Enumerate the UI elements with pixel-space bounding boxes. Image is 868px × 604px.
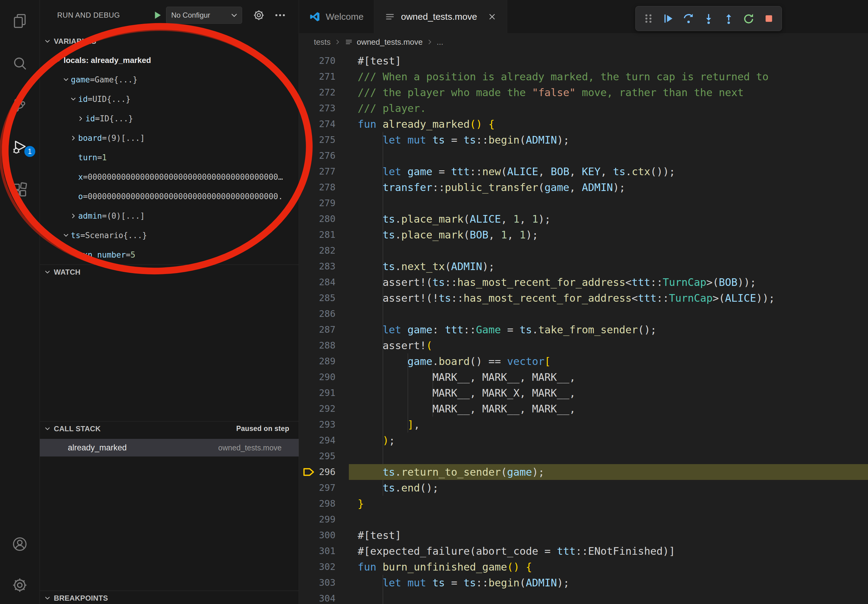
code-line-272[interactable]: 272/// the player who made the "false" m… bbox=[299, 85, 868, 101]
breakpoint-gutter[interactable] bbox=[299, 369, 318, 385]
debug-config-dropdown[interactable]: No Configur bbox=[166, 7, 242, 24]
breakpoint-gutter[interactable] bbox=[299, 559, 318, 575]
continue-button[interactable] bbox=[660, 10, 677, 27]
variable-row[interactable]: id = UID{...} bbox=[40, 90, 299, 109]
code-line-300[interactable]: 300#[test] bbox=[299, 527, 868, 543]
breakpoint-gutter[interactable] bbox=[299, 464, 318, 480]
variable-row[interactable]: game = Game{...} bbox=[40, 70, 299, 90]
breakpoint-gutter[interactable] bbox=[299, 385, 318, 401]
settings-button[interactable] bbox=[0, 574, 40, 596]
breakpoint-gutter[interactable] bbox=[299, 148, 318, 164]
breakpoint-gutter[interactable] bbox=[299, 543, 318, 559]
run-and-debug-button[interactable]: 1 bbox=[0, 136, 40, 158]
breakpoint-gutter[interactable] bbox=[299, 322, 318, 338]
breakpoint-gutter[interactable] bbox=[299, 116, 318, 132]
code-line-293[interactable]: 293 ], bbox=[299, 417, 868, 432]
breakpoint-gutter[interactable] bbox=[299, 591, 318, 604]
breakpoint-gutter[interactable] bbox=[299, 527, 318, 543]
code-line-303[interactable]: 303 let mut ts = ts::begin(ADMIN); bbox=[299, 575, 868, 591]
source-control-button[interactable] bbox=[0, 94, 40, 116]
breakpoint-gutter[interactable] bbox=[299, 575, 318, 591]
code-line-298[interactable]: 298} bbox=[299, 496, 868, 511]
more-actions-icon[interactable] bbox=[274, 9, 287, 22]
watch-section-header[interactable]: WATCH bbox=[40, 265, 299, 279]
code-line-285[interactable]: 285 assert!(!ts::has_most_recent_for_add… bbox=[299, 290, 868, 306]
breakpoint-gutter[interactable] bbox=[299, 195, 318, 211]
breakpoint-gutter[interactable] bbox=[299, 511, 318, 527]
code-line-288[interactable]: 288 assert!( bbox=[299, 338, 868, 353]
start-debugging-button[interactable] bbox=[151, 9, 164, 22]
gear-icon[interactable] bbox=[253, 9, 265, 22]
code-line-296[interactable]: 296 ts.return_to_sender(game); bbox=[299, 464, 868, 480]
stop-button[interactable] bbox=[760, 10, 777, 27]
scope-row[interactable]: locals: already_marked bbox=[40, 51, 299, 70]
code-line-282[interactable]: 282 bbox=[299, 243, 868, 259]
restart-button[interactable] bbox=[740, 10, 757, 27]
breakpoint-gutter[interactable] bbox=[299, 432, 318, 448]
breakpoint-gutter[interactable] bbox=[299, 259, 318, 274]
code-line-295[interactable]: 295 bbox=[299, 448, 868, 464]
code-line-287[interactable]: 287 let game: ttt::Game = ts.take_from_s… bbox=[299, 322, 868, 338]
code-line-299[interactable]: 299 bbox=[299, 511, 868, 527]
search-button[interactable] bbox=[0, 53, 40, 74]
breakpoint-gutter[interactable] bbox=[299, 353, 318, 369]
code-line-270[interactable]: 270#[test] bbox=[299, 53, 868, 69]
code-line-273[interactable]: 273/// player. bbox=[299, 101, 868, 116]
code-line-289[interactable]: 289 game.board() == vector[ bbox=[299, 353, 868, 369]
close-icon[interactable] bbox=[488, 12, 497, 21]
variable-row[interactable]: board = (9)[...] bbox=[40, 129, 299, 148]
breakpoint-gutter[interactable] bbox=[299, 480, 318, 496]
breakpoint-gutter[interactable] bbox=[299, 53, 318, 69]
breakpoint-gutter[interactable] bbox=[299, 401, 318, 417]
step-over-button[interactable] bbox=[680, 10, 697, 27]
variables-section-header[interactable]: VARIABLES bbox=[40, 34, 299, 49]
step-into-button[interactable] bbox=[700, 10, 717, 27]
code-line-278[interactable]: 278 transfer::public_transfer(game, ADMI… bbox=[299, 180, 868, 195]
code-line-283[interactable]: 283 ts.next_tx(ADMIN); bbox=[299, 259, 868, 274]
breakpoint-gutter[interactable] bbox=[299, 227, 318, 243]
code-line-291[interactable]: 291 MARK__, MARK_X, MARK__, bbox=[299, 385, 868, 401]
code-line-275[interactable]: 275 let mut ts = ts::begin(ADMIN); bbox=[299, 132, 868, 148]
variable-row[interactable]: turn = 1 bbox=[40, 148, 299, 167]
code-line-286[interactable]: 286 bbox=[299, 306, 868, 322]
code-line-271[interactable]: 271/// When a position is already marked… bbox=[299, 69, 868, 85]
code-line-290[interactable]: 290 MARK__, MARK__, MARK__, bbox=[299, 369, 868, 385]
code-line-292[interactable]: 292 MARK__, MARK__, MARK__, bbox=[299, 401, 868, 417]
breakpoint-gutter[interactable] bbox=[299, 274, 318, 290]
account-button[interactable] bbox=[0, 533, 40, 555]
breakpoint-gutter[interactable] bbox=[299, 69, 318, 85]
drag-handle[interactable] bbox=[640, 10, 657, 27]
extensions-button[interactable] bbox=[0, 179, 40, 201]
code-line-297[interactable]: 297 ts.end(); bbox=[299, 480, 868, 496]
breadcrumb-file[interactable]: owned_tests.move bbox=[357, 37, 423, 47]
breakpoint-gutter[interactable] bbox=[299, 306, 318, 322]
breakpoint-gutter[interactable] bbox=[299, 243, 318, 259]
breakpoint-gutter[interactable] bbox=[299, 211, 318, 227]
variable-row[interactable]: admin = (0)[...] bbox=[40, 206, 299, 226]
breakpoint-gutter[interactable] bbox=[299, 85, 318, 101]
explorer-button[interactable] bbox=[0, 10, 40, 32]
code-line-279[interactable]: 279 bbox=[299, 195, 868, 211]
breakpoint-gutter[interactable] bbox=[299, 338, 318, 353]
breakpoint-gutter[interactable] bbox=[299, 417, 318, 432]
variable-row[interactable]: id = ID{...} bbox=[40, 109, 299, 129]
code-line-274[interactable]: 274fun already_marked() { bbox=[299, 116, 868, 132]
breakpoints-section-header[interactable]: BREAKPOINTS bbox=[40, 591, 299, 604]
variable-row[interactable]: txn_number = 5 bbox=[40, 245, 299, 265]
variable-row[interactable]: x = 000000000000000000000000000000000000… bbox=[40, 167, 299, 187]
code-line-284[interactable]: 284 assert!(ts::has_most_recent_for_addr… bbox=[299, 274, 868, 290]
step-out-button[interactable] bbox=[720, 10, 737, 27]
breakpoint-gutter[interactable] bbox=[299, 101, 318, 116]
code-line-280[interactable]: 280 ts.place_mark(ALICE, 1, 1); bbox=[299, 211, 868, 227]
breakpoint-gutter[interactable] bbox=[299, 448, 318, 464]
code-line-281[interactable]: 281 ts.place_mark(BOB, 1, 1); bbox=[299, 227, 868, 243]
variable-row[interactable]: ts = Scenario{...} bbox=[40, 226, 299, 245]
code-line-301[interactable]: 301#[expected_failure(abort_code = ttt::… bbox=[299, 543, 868, 559]
code-line-302[interactable]: 302fun burn_unfinished_game() { bbox=[299, 559, 868, 575]
code-line-277[interactable]: 277 let game = ttt::new(ALICE, BOB, KEY,… bbox=[299, 164, 868, 180]
code-line-304[interactable]: 304 bbox=[299, 591, 868, 604]
tab-owned-tests-move[interactable]: owned_tests.move bbox=[374, 0, 507, 33]
breakpoint-gutter[interactable] bbox=[299, 496, 318, 511]
call-stack-frame[interactable]: already_marked owned_tests.move bbox=[40, 439, 299, 457]
code-line-276[interactable]: 276 bbox=[299, 148, 868, 164]
